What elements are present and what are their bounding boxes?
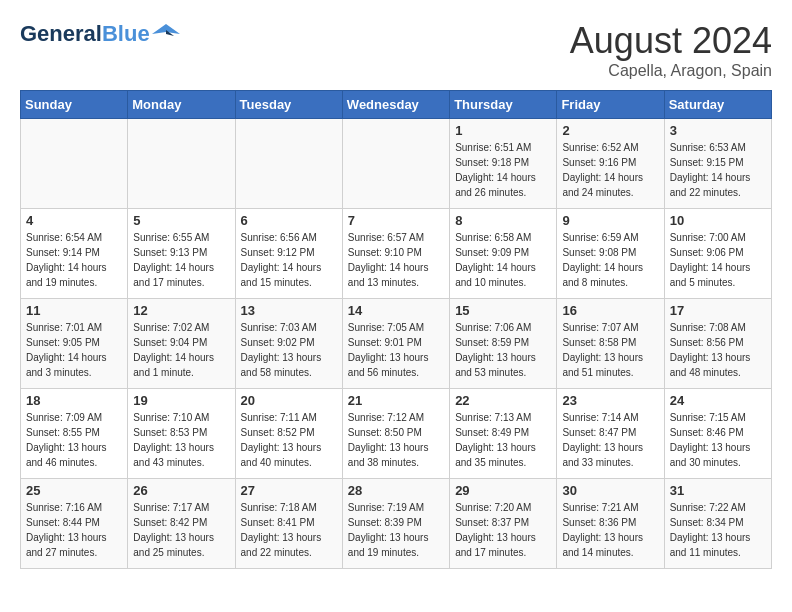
calendar-cell: 28Sunrise: 7:19 AMSunset: 8:39 PMDayligh… [342,479,449,569]
day-info: Sunrise: 7:11 AMSunset: 8:52 PMDaylight:… [241,410,337,470]
col-header-sunday: Sunday [21,91,128,119]
day-number: 12 [133,303,229,318]
day-number: 11 [26,303,122,318]
day-number: 10 [670,213,766,228]
day-info: Sunrise: 7:10 AMSunset: 8:53 PMDaylight:… [133,410,229,470]
day-info: Sunrise: 7:17 AMSunset: 8:42 PMDaylight:… [133,500,229,560]
day-number: 22 [455,393,551,408]
calendar-cell: 20Sunrise: 7:11 AMSunset: 8:52 PMDayligh… [235,389,342,479]
day-info: Sunrise: 7:12 AMSunset: 8:50 PMDaylight:… [348,410,444,470]
calendar-cell: 15Sunrise: 7:06 AMSunset: 8:59 PMDayligh… [450,299,557,389]
day-number: 26 [133,483,229,498]
day-number: 3 [670,123,766,138]
col-header-friday: Friday [557,91,664,119]
col-header-monday: Monday [128,91,235,119]
calendar-cell: 12Sunrise: 7:02 AMSunset: 9:04 PMDayligh… [128,299,235,389]
logo-bird-icon [152,20,180,48]
day-info: Sunrise: 7:20 AMSunset: 8:37 PMDaylight:… [455,500,551,560]
calendar-cell: 25Sunrise: 7:16 AMSunset: 8:44 PMDayligh… [21,479,128,569]
col-header-saturday: Saturday [664,91,771,119]
day-info: Sunrise: 7:16 AMSunset: 8:44 PMDaylight:… [26,500,122,560]
day-number: 27 [241,483,337,498]
day-info: Sunrise: 7:21 AMSunset: 8:36 PMDaylight:… [562,500,658,560]
day-number: 24 [670,393,766,408]
day-number: 7 [348,213,444,228]
calendar-cell [21,119,128,209]
day-number: 17 [670,303,766,318]
day-number: 5 [133,213,229,228]
day-info: Sunrise: 7:19 AMSunset: 8:39 PMDaylight:… [348,500,444,560]
day-info: Sunrise: 6:53 AMSunset: 9:15 PMDaylight:… [670,140,766,200]
day-info: Sunrise: 7:08 AMSunset: 8:56 PMDaylight:… [670,320,766,380]
calendar-cell: 29Sunrise: 7:20 AMSunset: 8:37 PMDayligh… [450,479,557,569]
day-number: 2 [562,123,658,138]
calendar-cell [235,119,342,209]
day-info: Sunrise: 7:03 AMSunset: 9:02 PMDaylight:… [241,320,337,380]
logo-general: General [20,21,102,47]
day-info: Sunrise: 7:02 AMSunset: 9:04 PMDaylight:… [133,320,229,380]
calendar-cell: 5Sunrise: 6:55 AMSunset: 9:13 PMDaylight… [128,209,235,299]
day-info: Sunrise: 6:54 AMSunset: 9:14 PMDaylight:… [26,230,122,290]
calendar-cell: 1Sunrise: 6:51 AMSunset: 9:18 PMDaylight… [450,119,557,209]
day-info: Sunrise: 7:15 AMSunset: 8:46 PMDaylight:… [670,410,766,470]
calendar-cell [342,119,449,209]
calendar-cell: 8Sunrise: 6:58 AMSunset: 9:09 PMDaylight… [450,209,557,299]
calendar-cell: 30Sunrise: 7:21 AMSunset: 8:36 PMDayligh… [557,479,664,569]
day-number: 18 [26,393,122,408]
day-info: Sunrise: 7:13 AMSunset: 8:49 PMDaylight:… [455,410,551,470]
calendar-cell: 3Sunrise: 6:53 AMSunset: 9:15 PMDaylight… [664,119,771,209]
day-number: 15 [455,303,551,318]
day-number: 19 [133,393,229,408]
month-year-title: August 2024 [570,20,772,62]
day-info: Sunrise: 6:52 AMSunset: 9:16 PMDaylight:… [562,140,658,200]
day-info: Sunrise: 7:22 AMSunset: 8:34 PMDaylight:… [670,500,766,560]
calendar-week-row: 18Sunrise: 7:09 AMSunset: 8:55 PMDayligh… [21,389,772,479]
calendar-cell: 22Sunrise: 7:13 AMSunset: 8:49 PMDayligh… [450,389,557,479]
calendar-cell [128,119,235,209]
col-header-tuesday: Tuesday [235,91,342,119]
calendar-week-row: 11Sunrise: 7:01 AMSunset: 9:05 PMDayligh… [21,299,772,389]
calendar-header-row: SundayMondayTuesdayWednesdayThursdayFrid… [21,91,772,119]
calendar-cell: 13Sunrise: 7:03 AMSunset: 9:02 PMDayligh… [235,299,342,389]
calendar-week-row: 1Sunrise: 6:51 AMSunset: 9:18 PMDaylight… [21,119,772,209]
calendar-cell: 24Sunrise: 7:15 AMSunset: 8:46 PMDayligh… [664,389,771,479]
day-info: Sunrise: 7:05 AMSunset: 9:01 PMDaylight:… [348,320,444,380]
calendar-week-row: 4Sunrise: 6:54 AMSunset: 9:14 PMDaylight… [21,209,772,299]
logo: General Blue [20,20,180,48]
day-info: Sunrise: 7:06 AMSunset: 8:59 PMDaylight:… [455,320,551,380]
day-info: Sunrise: 6:56 AMSunset: 9:12 PMDaylight:… [241,230,337,290]
logo-blue: Blue [102,21,150,47]
calendar-table: SundayMondayTuesdayWednesdayThursdayFrid… [20,90,772,569]
day-number: 28 [348,483,444,498]
calendar-cell: 19Sunrise: 7:10 AMSunset: 8:53 PMDayligh… [128,389,235,479]
day-info: Sunrise: 6:58 AMSunset: 9:09 PMDaylight:… [455,230,551,290]
day-number: 29 [455,483,551,498]
day-number: 30 [562,483,658,498]
calendar-cell: 2Sunrise: 6:52 AMSunset: 9:16 PMDaylight… [557,119,664,209]
calendar-cell: 9Sunrise: 6:59 AMSunset: 9:08 PMDaylight… [557,209,664,299]
calendar-cell: 4Sunrise: 6:54 AMSunset: 9:14 PMDaylight… [21,209,128,299]
day-info: Sunrise: 6:55 AMSunset: 9:13 PMDaylight:… [133,230,229,290]
day-number: 31 [670,483,766,498]
day-number: 16 [562,303,658,318]
day-number: 1 [455,123,551,138]
col-header-wednesday: Wednesday [342,91,449,119]
calendar-cell: 7Sunrise: 6:57 AMSunset: 9:10 PMDaylight… [342,209,449,299]
col-header-thursday: Thursday [450,91,557,119]
day-number: 21 [348,393,444,408]
day-number: 23 [562,393,658,408]
day-number: 4 [26,213,122,228]
day-number: 20 [241,393,337,408]
calendar-cell: 14Sunrise: 7:05 AMSunset: 9:01 PMDayligh… [342,299,449,389]
day-number: 8 [455,213,551,228]
page-header: General Blue August 2024 Capella, Aragon… [20,20,772,80]
day-number: 9 [562,213,658,228]
calendar-cell: 10Sunrise: 7:00 AMSunset: 9:06 PMDayligh… [664,209,771,299]
calendar-cell: 23Sunrise: 7:14 AMSunset: 8:47 PMDayligh… [557,389,664,479]
calendar-cell: 18Sunrise: 7:09 AMSunset: 8:55 PMDayligh… [21,389,128,479]
day-info: Sunrise: 6:51 AMSunset: 9:18 PMDaylight:… [455,140,551,200]
calendar-cell: 16Sunrise: 7:07 AMSunset: 8:58 PMDayligh… [557,299,664,389]
title-block: August 2024 Capella, Aragon, Spain [570,20,772,80]
day-info: Sunrise: 7:01 AMSunset: 9:05 PMDaylight:… [26,320,122,380]
day-info: Sunrise: 6:57 AMSunset: 9:10 PMDaylight:… [348,230,444,290]
